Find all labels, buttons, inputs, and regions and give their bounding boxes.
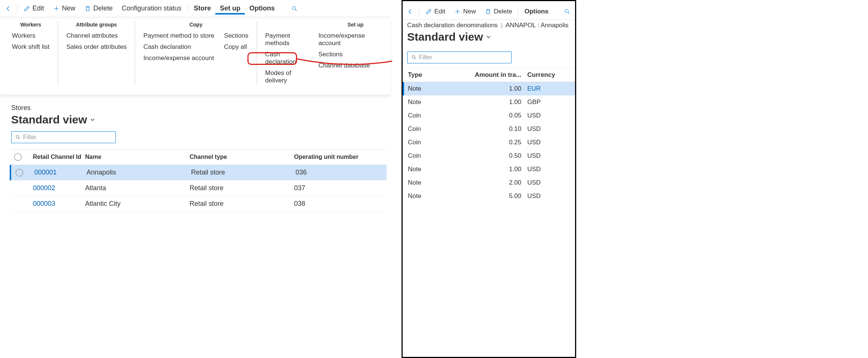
svg-point-1 bbox=[16, 135, 19, 138]
delete-label: Delete bbox=[93, 4, 113, 12]
back-button[interactable] bbox=[1, 3, 16, 14]
retail-channel-id-link[interactable]: 000003 bbox=[33, 200, 85, 208]
tab-options[interactable]: Options bbox=[245, 2, 279, 15]
col-retail-channel-id[interactable]: Retail Channel Id bbox=[33, 154, 85, 160]
col-channel-type[interactable]: Channel type bbox=[190, 154, 294, 160]
col-amount[interactable]: Amount in tra... bbox=[471, 71, 527, 79]
denom-amount: 0.10 bbox=[471, 125, 527, 133]
tab-options[interactable]: Options bbox=[520, 6, 553, 18]
channel-type: Retail store bbox=[190, 184, 294, 192]
ribbon-copy-sections[interactable]: Sections bbox=[224, 31, 248, 40]
plus-icon bbox=[53, 5, 60, 12]
denom-type: Note bbox=[408, 192, 471, 200]
setup-ribbon: Workers Workers Work shift list Attribut… bbox=[0, 17, 390, 95]
col-type[interactable]: Type bbox=[408, 71, 471, 79]
denom-type: Coin bbox=[408, 112, 471, 119]
edit-button[interactable]: Edit bbox=[19, 2, 49, 15]
svg-point-3 bbox=[412, 56, 415, 58]
ribbon-setup-payment-methods[interactable]: Payment methods bbox=[265, 31, 309, 48]
retail-channel-id-link[interactable]: 000001 bbox=[34, 169, 87, 176]
ribbon-workers[interactable]: Workers bbox=[12, 31, 50, 40]
ribbon-setup-sections[interactable]: Sections bbox=[318, 50, 378, 59]
table-row[interactable]: Note5.00USD bbox=[403, 189, 575, 203]
denom-currency: USD bbox=[527, 139, 565, 146]
chevron-down-icon bbox=[485, 34, 492, 40]
plus-icon bbox=[454, 8, 461, 15]
col-operating-unit[interactable]: Operating unit number bbox=[294, 154, 376, 160]
table-row[interactable]: Note1.00EUR bbox=[403, 82, 575, 95]
new-label: New bbox=[62, 4, 75, 12]
ribbon-setup-channel-database[interactable]: Channel database bbox=[318, 61, 378, 70]
tab-setup[interactable]: Set up bbox=[215, 2, 245, 15]
ribbon-copy-income-expense[interactable]: Income/expense account bbox=[143, 54, 214, 63]
row-checkbox[interactable] bbox=[16, 169, 23, 176]
denom-amount: 1.00 bbox=[471, 166, 527, 173]
search-button[interactable] bbox=[287, 3, 302, 14]
denom-currency: USD bbox=[527, 166, 565, 173]
denom-amount: 0.05 bbox=[471, 112, 527, 119]
back-button[interactable] bbox=[403, 6, 418, 17]
denominations-table: Type Amount in tra... Currency Note1.00E… bbox=[403, 68, 575, 203]
ribbon-setup-cash-declaration[interactable]: Cash declaration bbox=[265, 50, 309, 66]
table-row[interactable]: Coin0.10USD bbox=[403, 122, 575, 136]
view-selector[interactable]: Standard view bbox=[403, 29, 575, 46]
ribbon-work-shift-list[interactable]: Work shift list bbox=[12, 43, 50, 51]
denom-type: Coin bbox=[408, 152, 471, 160]
tab-store[interactable]: Store bbox=[189, 2, 215, 15]
denom-amount: 5.00 bbox=[471, 192, 527, 200]
table-row[interactable]: 000003Atlantic CityRetail store038 bbox=[11, 196, 387, 212]
table-row[interactable]: Coin0.05USD bbox=[403, 109, 575, 122]
new-button[interactable]: New bbox=[450, 6, 480, 18]
filter-input-wrap[interactable] bbox=[11, 131, 116, 143]
ribbon-setup-income-expense[interactable]: Income/expense account bbox=[318, 31, 378, 48]
ribbon-sales-order-attributes[interactable]: Sales order attributes bbox=[66, 43, 127, 51]
store-name: Atlantic City bbox=[85, 200, 190, 208]
command-bar-right: Edit New Delete Options bbox=[403, 4, 575, 19]
col-name[interactable]: Name bbox=[85, 154, 190, 160]
retail-channel-id-link[interactable]: 000002 bbox=[33, 184, 85, 192]
store-name: Annapolis bbox=[87, 169, 191, 176]
svg-point-0 bbox=[292, 6, 296, 10]
denom-currency: USD bbox=[527, 112, 565, 119]
operating-unit: 036 bbox=[296, 169, 378, 176]
denom-currency: GBP bbox=[527, 98, 565, 106]
table-row[interactable]: Note1.00GBP bbox=[403, 95, 575, 109]
operating-unit: 037 bbox=[294, 184, 376, 192]
ribbon-copy-payment-method[interactable]: Payment method to store bbox=[143, 31, 214, 40]
filter-input-wrap[interactable] bbox=[407, 51, 512, 63]
cash-declaration-panel: Edit New Delete Options Cash declaration… bbox=[402, 0, 576, 358]
ribbon-group-workers: Workers Workers Work shift list bbox=[4, 22, 58, 85]
table-row[interactable]: Coin0.25USD bbox=[403, 136, 575, 149]
col-currency[interactable]: Currency bbox=[527, 71, 565, 79]
table-row[interactable]: Coin0.50USD bbox=[403, 149, 575, 163]
new-button[interactable]: New bbox=[49, 2, 80, 15]
view-selector[interactable]: Standard view bbox=[11, 113, 387, 126]
ribbon-copy-cash-declaration[interactable]: Cash declaration bbox=[143, 43, 214, 51]
ribbon-copy-all[interactable]: Copy all bbox=[224, 43, 248, 51]
table-row[interactable]: 000001AnnapolisRetail store036 bbox=[10, 165, 387, 180]
denom-amount: 0.50 bbox=[471, 152, 527, 160]
pencil-icon bbox=[24, 5, 30, 12]
table-row[interactable]: 000002AtlantaRetail store037 bbox=[11, 180, 387, 196]
table-row[interactable]: Note1.00USD bbox=[403, 163, 575, 176]
pencil-icon bbox=[425, 8, 432, 15]
trash-icon bbox=[485, 8, 491, 15]
table-row[interactable]: Note2.00USD bbox=[403, 176, 575, 189]
search-icon bbox=[15, 134, 21, 140]
stores-table: Retail Channel Id Name Channel type Oper… bbox=[11, 149, 387, 212]
select-all-checkbox[interactable] bbox=[14, 153, 22, 161]
config-status-button[interactable]: Configuration status bbox=[117, 2, 186, 15]
filter-input[interactable] bbox=[23, 134, 112, 141]
ribbon-channel-attributes[interactable]: Channel attributes bbox=[66, 31, 127, 40]
denom-type: Note bbox=[408, 179, 471, 186]
delete-button[interactable]: Delete bbox=[480, 6, 516, 18]
search-button[interactable] bbox=[560, 6, 574, 17]
denom-amount: 1.00 bbox=[471, 85, 527, 92]
denom-type: Note bbox=[408, 98, 471, 106]
denom-type: Note bbox=[408, 166, 471, 173]
edit-button[interactable]: Edit bbox=[421, 6, 450, 18]
ribbon-setup-modes-of-delivery[interactable]: Modes of delivery bbox=[265, 69, 309, 85]
denom-currency[interactable]: EUR bbox=[527, 85, 565, 92]
filter-input[interactable] bbox=[419, 54, 508, 61]
delete-button[interactable]: Delete bbox=[80, 2, 117, 15]
